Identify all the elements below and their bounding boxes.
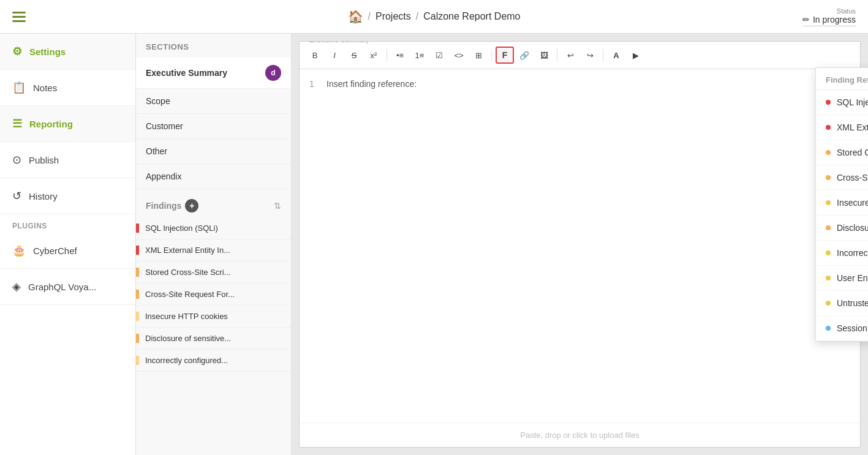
- status-value[interactable]: ✏ In progress: [802, 15, 856, 26]
- history-icon: ↺: [12, 189, 21, 203]
- severity-dot-session: [826, 326, 831, 331]
- dropdown-label-disclosure: Disclosure of sensitive data in URL para…: [837, 223, 868, 233]
- sections-panel: Sections Executive Summary d Scope Custo…: [136, 34, 292, 455]
- status-label: Status: [837, 7, 856, 15]
- finding-name-http-cookies: Insecure HTTP cookies: [145, 312, 291, 321]
- finding-item-xxe[interactable]: XML External Entity In...: [136, 239, 291, 261]
- strikethrough-button[interactable]: S: [345, 47, 363, 64]
- severity-bar-http-headers: [136, 356, 139, 365]
- sidebar-item-notes[interactable]: 📋 Notes: [0, 70, 135, 106]
- severity-dot-sqli: [826, 100, 831, 105]
- sidebar-item-history[interactable]: ↺ History: [0, 178, 135, 214]
- dropdown-label-http-cookies: Insecure HTTP cookies: [837, 198, 868, 208]
- projects-link[interactable]: Projects: [376, 11, 411, 22]
- toolbar-sep-3: [557, 49, 557, 61]
- dropdown-label-sqli: SQL Injection (SQLi): [837, 97, 868, 107]
- undo-button[interactable]: ↩: [561, 47, 579, 64]
- finding-item-csrf[interactable]: Cross-Site Request For...: [136, 284, 291, 306]
- section-item-customer[interactable]: Customer: [136, 114, 291, 139]
- severity-bar-xss: [136, 268, 139, 277]
- finding-name-xxe: XML External Entity In...: [145, 246, 291, 255]
- section-item-executive-summary[interactable]: Executive Summary d: [136, 58, 291, 89]
- upload-zone[interactable]: Paste, drop or click to upload files: [300, 423, 860, 447]
- finding-name-csrf: Cross-Site Request For...: [145, 290, 291, 299]
- dropdown-label-session: Session management weaknesses: [837, 323, 868, 333]
- bullet-list-button[interactable]: •≡: [391, 47, 409, 64]
- dropdown-item-disclosure[interactable]: Disclosure of sensitive data in URL para…: [816, 216, 868, 241]
- finding-name-http-headers: Incorrectly configured...: [145, 356, 291, 365]
- severity-dot-http-cookies: [826, 200, 831, 205]
- dropdown-item-csrf[interactable]: Cross-Site Request Forgery (CSRF): [816, 165, 868, 190]
- findings-header: Findings + ⇅: [136, 192, 291, 217]
- dropdown-item-tls[interactable]: Untrusted TLS certificates: [816, 291, 868, 316]
- checklist-button[interactable]: ☑: [430, 47, 448, 64]
- italic-button[interactable]: I: [325, 47, 344, 64]
- section-label-scope: Scope: [146, 96, 170, 106]
- spellcheck-button[interactable]: A: [607, 47, 625, 64]
- finding-item-xss[interactable]: Stored Cross-Site Scri...: [136, 261, 291, 284]
- sidebar-item-settings[interactable]: ⚙ Settings: [0, 34, 135, 70]
- finding-ref-button[interactable]: F: [496, 47, 514, 64]
- finding-item-http-cookies[interactable]: Insecure HTTP cookies: [136, 306, 291, 328]
- sidebar: ⚙ Settings 📋 Notes ☰ Reporting ⊙ Publish…: [0, 34, 136, 455]
- sidebar-item-label-notes: Notes: [33, 83, 57, 93]
- section-label-executive-summary: Executive Summary: [146, 68, 227, 78]
- link-button[interactable]: 🔗: [515, 47, 534, 64]
- sidebar-item-reporting[interactable]: ☰ Reporting: [0, 106, 135, 142]
- topbar-left: [12, 12, 26, 22]
- dropdown-item-user-enum[interactable]: User Enumeration: [816, 266, 868, 291]
- editor-content[interactable]: 1 Insert finding reference:: [300, 69, 860, 423]
- code-button[interactable]: <>: [450, 47, 468, 64]
- toolbar-sep-1: [387, 49, 387, 61]
- section-item-appendix[interactable]: Appendix: [136, 164, 291, 189]
- dropdown-header: Finding Reference: [816, 68, 868, 90]
- hamburger-menu[interactable]: [12, 12, 26, 22]
- severity-dot-xxe: [826, 125, 831, 130]
- dropdown-label-xxe: XML External Entity Injection (XXE): [837, 122, 868, 132]
- redo-button[interactable]: ↪: [581, 47, 599, 64]
- section-label-customer: Customer: [146, 121, 183, 131]
- dropdown-item-session[interactable]: Session management weaknesses: [816, 316, 868, 341]
- findings-sort-button[interactable]: ⇅: [274, 201, 281, 211]
- upload-placeholder: Paste, drop or click to upload files: [520, 431, 639, 440]
- present-button[interactable]: ▶: [627, 47, 645, 64]
- gear-icon: ⚙: [12, 45, 22, 58]
- section-item-scope[interactable]: Scope: [136, 89, 291, 114]
- topbar: 🏠 / Projects / Calzone Report Demo Statu…: [0, 0, 868, 34]
- sidebar-item-label-history: History: [29, 191, 58, 201]
- sidebar-item-label-settings: Settings: [29, 47, 66, 57]
- finding-name-sqli: SQL Injection (SQLi): [145, 224, 291, 233]
- plugins-section-label: Plugins: [0, 214, 135, 233]
- findings-add-button[interactable]: +: [185, 199, 198, 212]
- severity-bar-disclosure: [136, 334, 139, 343]
- bold-button[interactable]: B: [306, 47, 324, 64]
- notes-icon: 📋: [12, 81, 26, 94]
- sidebar-item-cyberchef[interactable]: 🎂 CyberChef: [0, 233, 135, 269]
- status-text: In progress: [813, 15, 856, 24]
- sidebar-item-publish[interactable]: ⊙ Publish: [0, 142, 135, 178]
- cyberchef-icon: 🎂: [12, 244, 26, 257]
- dropdown-item-http-headers[interactable]: Incorrectly configured HTTP security hea…: [816, 241, 868, 266]
- breadcrumb: 🏠 / Projects / Calzone Report Demo: [348, 9, 521, 24]
- sidebar-item-label-publish: Publish: [29, 155, 59, 165]
- dropdown-item-sqli[interactable]: SQL Injection (SQLi): [816, 90, 868, 115]
- home-icon[interactable]: 🏠: [348, 9, 363, 24]
- severity-dot-http-headers: [826, 250, 831, 255]
- editor-area: Executive Summary B I S x² •≡ 1≡ ☑ <> ⊞ …: [292, 34, 868, 455]
- finding-item-http-headers[interactable]: Incorrectly configured...: [136, 350, 291, 372]
- dropdown-item-http-cookies[interactable]: Insecure HTTP cookies: [816, 190, 868, 216]
- dropdown-label-tls: Untrusted TLS certificates: [837, 298, 868, 308]
- sidebar-item-graphql[interactable]: ◈ GraphQL Voya...: [0, 269, 135, 305]
- ordered-list-button[interactable]: 1≡: [410, 47, 429, 64]
- superscript-button[interactable]: x²: [364, 47, 383, 64]
- dropdown-item-xxe[interactable]: XML External Entity Injection (XXE): [816, 115, 868, 140]
- findings-label: Findings: [146, 201, 181, 211]
- table-button[interactable]: ⊞: [469, 47, 488, 64]
- finding-item-disclosure[interactable]: Disclosure of sensitive...: [136, 328, 291, 350]
- breadcrumb-sep2: /: [416, 11, 418, 22]
- dropdown-item-xss[interactable]: Stored Cross-Site Scripting (XSS): [816, 140, 868, 165]
- image-button[interactable]: 🖼: [535, 47, 553, 64]
- section-item-other[interactable]: Other: [136, 139, 291, 164]
- severity-bar-csrf: [136, 290, 139, 299]
- finding-item-sqli[interactable]: SQL Injection (SQLi): [136, 217, 291, 239]
